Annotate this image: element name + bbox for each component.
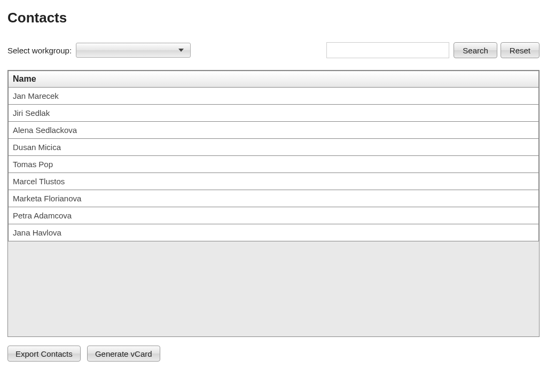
page-title: Contacts (7, 10, 540, 26)
table-row[interactable]: Jiri Sedlak (9, 105, 539, 122)
table-row[interactable]: Marketa Florianova (9, 190, 539, 207)
contact-name-cell: Jana Havlova (9, 224, 539, 241)
reset-button[interactable]: Reset (501, 42, 540, 58)
contact-name-cell: Alena Sedlackova (9, 122, 539, 139)
column-header-name[interactable]: Name (9, 71, 539, 88)
contact-name-cell: Jiri Sedlak (9, 105, 539, 122)
table-row[interactable]: Jan Marecek (9, 88, 539, 105)
table-row[interactable]: Marcel Tlustos (9, 173, 539, 190)
table-row[interactable]: Tomas Pop (9, 156, 539, 173)
chevron-down-icon (178, 49, 184, 52)
workgroup-select[interactable] (76, 43, 191, 58)
contact-name-cell: Tomas Pop (9, 156, 539, 173)
controls-row: Select workgroup: Search Reset (7, 42, 540, 58)
table-row[interactable]: Jana Havlova (9, 224, 539, 241)
contact-name-cell: Marketa Florianova (9, 190, 539, 207)
contact-name-cell: Petra Adamcova (9, 207, 539, 224)
contact-name-cell: Jan Marecek (9, 88, 539, 105)
search-input[interactable] (326, 42, 449, 58)
export-contacts-button[interactable]: Export Contacts (7, 346, 81, 362)
generate-vcard-button[interactable]: Generate vCard (87, 346, 160, 362)
table-row[interactable]: Dusan Micica (9, 139, 539, 156)
workgroup-label: Select workgroup: (7, 46, 72, 55)
contact-name-cell: Dusan Micica (9, 139, 539, 156)
search-button[interactable]: Search (454, 42, 497, 58)
bottom-buttons: Export Contacts Generate vCard (7, 346, 540, 362)
table-row[interactable]: Alena Sedlackova (9, 122, 539, 139)
table-row[interactable]: Petra Adamcova (9, 207, 539, 224)
contacts-table-container: Name Jan MarecekJiri SedlakAlena Sedlack… (7, 70, 540, 337)
contact-name-cell: Marcel Tlustos (9, 173, 539, 190)
contacts-table: Name Jan MarecekJiri SedlakAlena Sedlack… (8, 70, 539, 241)
